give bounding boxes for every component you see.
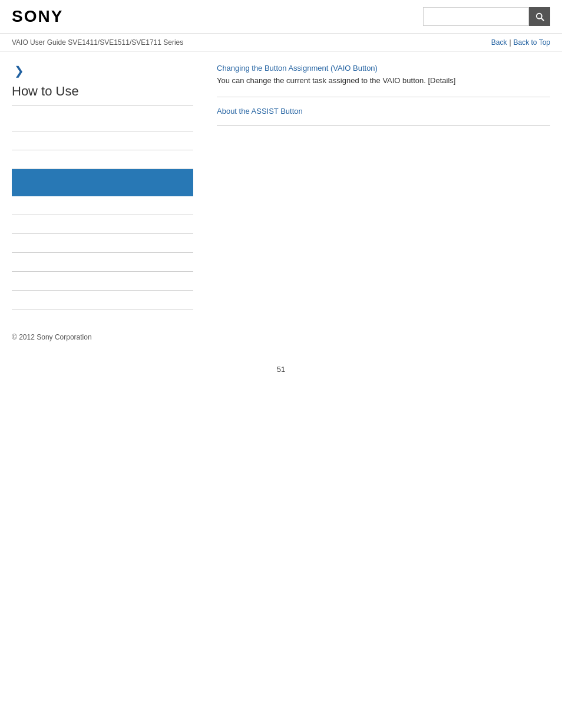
- search-input[interactable]: [423, 7, 529, 26]
- content-area: Changing the Button Assignment (VAIO But…: [205, 64, 550, 309]
- nav-links: Back | Back to Top: [491, 38, 550, 47]
- sidebar: ❯ How to Use: [12, 64, 193, 309]
- sidebar-item-active[interactable]: [12, 169, 193, 196]
- section-divider: [217, 97, 550, 97]
- sony-logo: SONY: [12, 7, 63, 26]
- page-number: 51: [0, 353, 562, 386]
- back-to-top-link[interactable]: Back to Top: [514, 38, 550, 47]
- main-content: ❯ How to Use Changing the Button Assignm…: [0, 52, 562, 321]
- sidebar-item[interactable]: [12, 131, 193, 150]
- nav-bar: VAIO User Guide SVE1411/SVE1511/SVE1711 …: [0, 34, 562, 52]
- search-box: [423, 7, 550, 26]
- sidebar-item[interactable]: [12, 150, 193, 169]
- nav-separator: |: [509, 38, 511, 47]
- assist-divider: [217, 125, 550, 126]
- sidebar-item[interactable]: [12, 253, 193, 272]
- guide-title: VAIO User Guide SVE1411/SVE1511/SVE1711 …: [12, 38, 183, 47]
- search-icon: [534, 11, 545, 22]
- footer-copyright: © 2012 Sony Corporation: [0, 321, 562, 353]
- sidebar-item[interactable]: [12, 272, 193, 291]
- sidebar-item[interactable]: [12, 113, 193, 131]
- copyright-text: © 2012 Sony Corporation: [12, 333, 92, 341]
- sidebar-item[interactable]: [12, 291, 193, 309]
- assist-button-link[interactable]: About the ASSIST Button: [217, 107, 550, 116]
- vaio-button-link[interactable]: Changing the Button Assignment (VAIO But…: [217, 64, 550, 73]
- sidebar-item[interactable]: [12, 234, 193, 253]
- sidebar-item[interactable]: [12, 196, 193, 215]
- sidebar-chevron: ❯: [14, 64, 193, 78]
- search-button[interactable]: [529, 7, 550, 26]
- back-link[interactable]: Back: [491, 38, 507, 47]
- sidebar-item[interactable]: [12, 215, 193, 234]
- sidebar-title: How to Use: [12, 84, 193, 106]
- header: SONY: [0, 0, 562, 34]
- vaio-button-description: You can change the current task assigned…: [217, 76, 550, 85]
- content-section-1: Changing the Button Assignment (VAIO But…: [217, 64, 550, 85]
- content-section-2: About the ASSIST Button: [217, 107, 550, 126]
